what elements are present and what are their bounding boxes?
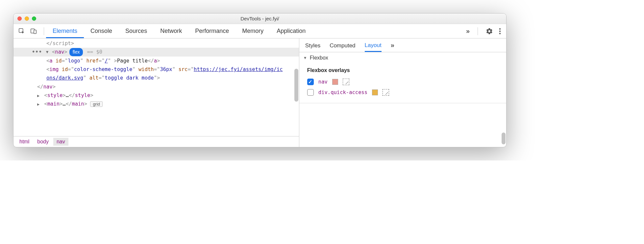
scrollbar-thumb[interactable] <box>294 69 298 102</box>
overlay-label[interactable]: nav <box>318 79 328 85</box>
divider <box>44 27 44 35</box>
selected-indicator: == $0 <box>85 48 102 56</box>
svg-point-3 <box>499 28 501 29</box>
breadcrumb-html[interactable]: html <box>16 138 33 146</box>
tab-memory[interactable]: Memory <box>235 24 270 38</box>
tab-network[interactable]: Network <box>154 24 188 38</box>
overlay-checkbox[interactable] <box>307 79 314 85</box>
content-area: </script​> ••• <nav> flex == $0 <a <box>13 38 506 147</box>
scrollbar-thumb[interactable] <box>502 133 506 144</box>
dom-node-main[interactable]: <main>…</main> grid <box>13 100 299 108</box>
tab-layout[interactable]: Layout <box>365 38 382 52</box>
color-swatch[interactable] <box>372 89 378 95</box>
elements-pane: </script​> ••• <nav> flex == $0 <a <box>13 38 299 147</box>
dom-node-nav-close[interactable]: </nav> <box>13 83 299 91</box>
breadcrumb-body[interactable]: body <box>34 138 52 146</box>
svg-point-5 <box>499 33 501 34</box>
tab-sources[interactable]: Sources <box>119 24 154 38</box>
side-tabs-overflow-icon[interactable]: » <box>391 41 394 49</box>
expand-toggle-icon[interactable] <box>37 92 41 99</box>
titlebar: DevTools - jec.fyi/ <box>13 13 506 24</box>
expand-toggle-icon[interactable] <box>46 49 50 55</box>
settings-icon[interactable] <box>486 28 493 35</box>
tabs-overflow-icon[interactable]: » <box>466 27 470 35</box>
gutter-actions-icon[interactable]: ••• <box>29 48 44 56</box>
tab-performance[interactable]: Performance <box>188 24 235 38</box>
devtools-window: DevTools - jec.fyi/ Elements Console Sou… <box>13 13 507 147</box>
expand-toggle-icon[interactable] <box>37 101 41 108</box>
overlay-label[interactable]: div.quick-access <box>318 89 367 95</box>
dom-node-nav-selected[interactable]: ••• <nav> flex == $0 <box>13 48 299 56</box>
overlay-checkbox[interactable] <box>307 89 314 96</box>
side-tabbar: Styles Computed Layout » <box>299 38 506 52</box>
svg-point-4 <box>499 30 501 32</box>
overlay-options-icon[interactable] <box>343 79 349 85</box>
breadcrumbs: html body nav <box>13 136 299 147</box>
dom-tree[interactable]: </script​> ••• <nav> flex == $0 <a <box>13 38 299 136</box>
device-toolbar-icon[interactable] <box>30 28 37 35</box>
svg-rect-2 <box>34 30 36 34</box>
tab-computed[interactable]: Computed <box>330 38 355 52</box>
section-toggle-icon[interactable] <box>303 56 307 60</box>
overlays-heading: Flexbox overlays <box>307 65 498 77</box>
dom-node-img[interactable]: <img id="color-scheme-toggle" width="36p… <box>13 65 299 83</box>
window-title: DevTools - jec.fyi/ <box>13 16 506 21</box>
grid-badge[interactable]: grid <box>90 101 103 107</box>
flex-badge[interactable]: flex <box>69 48 83 57</box>
tab-elements[interactable]: Elements <box>46 24 84 38</box>
divider <box>478 27 478 35</box>
styles-pane: Styles Computed Layout » Flexbox Flexbox… <box>299 38 506 147</box>
section-title: Flexbox <box>310 55 328 61</box>
inspect-element-icon[interactable] <box>18 28 25 35</box>
tab-console[interactable]: Console <box>84 24 119 38</box>
color-swatch[interactable] <box>332 79 338 85</box>
section-header[interactable]: Flexbox <box>299 52 506 63</box>
breadcrumb-nav[interactable]: nav <box>53 138 68 146</box>
tab-application[interactable]: Application <box>270 24 312 38</box>
tab-styles[interactable]: Styles <box>305 38 320 52</box>
dom-node-style[interactable]: <style>…</style> <box>13 91 299 100</box>
dom-node-a[interactable]: <a id="logo" href="/" >Page title</a> <box>13 57 299 65</box>
dom-node-script-close[interactable]: </script​> <box>13 39 299 48</box>
flexbox-section: Flexbox Flexbox overlays nav div.quick-a… <box>299 52 506 103</box>
main-tabbar: Elements Console Sources Network Perform… <box>13 24 506 38</box>
overlay-item-nav: nav <box>307 77 498 87</box>
more-menu-icon[interactable] <box>499 28 501 35</box>
overlay-options-icon[interactable] <box>383 89 389 96</box>
overlay-item-quickaccess: div.quick-access <box>307 87 498 98</box>
